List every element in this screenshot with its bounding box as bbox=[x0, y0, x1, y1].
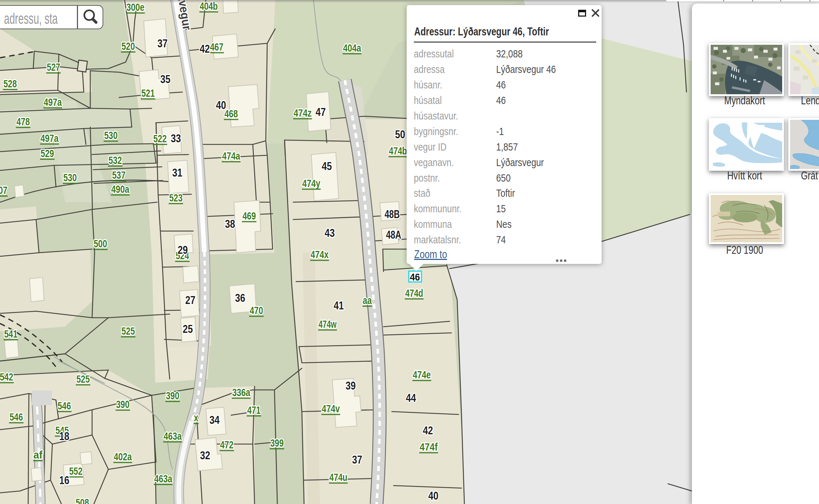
svg-text:336a: 336a bbox=[232, 387, 251, 398]
svg-text:40: 40 bbox=[428, 490, 438, 502]
svg-text:31: 31 bbox=[172, 166, 182, 179]
svg-text:527: 527 bbox=[47, 61, 60, 73]
svg-text:35: 35 bbox=[160, 73, 170, 86]
svg-text:474w: 474w bbox=[318, 318, 337, 330]
svg-text:390: 390 bbox=[166, 390, 179, 401]
svg-text:390: 390 bbox=[116, 399, 130, 410]
svg-text:470: 470 bbox=[250, 305, 263, 316]
svg-text:46: 46 bbox=[410, 271, 420, 283]
svg-text:497a: 497a bbox=[44, 96, 62, 108]
svg-text:500: 500 bbox=[94, 238, 107, 249]
svg-text:45: 45 bbox=[322, 160, 332, 173]
svg-text:47: 47 bbox=[316, 106, 326, 118]
svg-text:474x: 474x bbox=[311, 249, 329, 260]
svg-text:490a: 490a bbox=[111, 183, 130, 195]
svg-text:25: 25 bbox=[183, 323, 193, 335]
svg-text:474e: 474e bbox=[413, 369, 431, 381]
svg-text:402a: 402a bbox=[114, 451, 132, 462]
svg-text:497a: 497a bbox=[40, 132, 59, 144]
svg-text:467: 467 bbox=[210, 41, 224, 53]
svg-text:463a: 463a bbox=[154, 473, 173, 485]
svg-text:474z: 474z bbox=[294, 107, 312, 119]
svg-text:546: 546 bbox=[58, 400, 71, 412]
svg-text:541: 541 bbox=[4, 328, 18, 340]
svg-text:530: 530 bbox=[104, 130, 118, 141]
svg-text:399: 399 bbox=[270, 437, 284, 449]
svg-text:528: 528 bbox=[4, 78, 17, 90]
svg-text:474d: 474d bbox=[405, 287, 423, 299]
svg-text:463a: 463a bbox=[164, 430, 182, 442]
svg-text:537: 537 bbox=[112, 169, 126, 181]
svg-text:474f: 474f bbox=[420, 441, 438, 453]
svg-text:42: 42 bbox=[423, 424, 433, 437]
svg-text:40: 40 bbox=[216, 99, 226, 112]
svg-text:472: 472 bbox=[220, 439, 234, 451]
svg-text:43: 43 bbox=[325, 227, 335, 239]
svg-text:532: 532 bbox=[109, 155, 122, 166]
svg-text:474y: 474y bbox=[302, 178, 320, 189]
svg-text:33: 33 bbox=[171, 132, 181, 145]
svg-text:522: 522 bbox=[153, 133, 167, 144]
svg-text:542: 542 bbox=[0, 371, 13, 383]
svg-text:546: 546 bbox=[10, 411, 23, 423]
svg-text:525: 525 bbox=[77, 373, 90, 385]
svg-text:07: 07 bbox=[0, 184, 8, 196]
svg-text:404a: 404a bbox=[343, 42, 361, 54]
svg-text:474u: 474u bbox=[329, 472, 347, 483]
svg-text:39: 39 bbox=[346, 379, 356, 392]
svg-text:508: 508 bbox=[76, 497, 89, 504]
svg-text:37: 37 bbox=[157, 37, 168, 50]
svg-text:36: 36 bbox=[235, 292, 245, 304]
svg-text:529: 529 bbox=[41, 148, 54, 159]
svg-text:16: 16 bbox=[59, 474, 69, 487]
svg-text:48B: 48B bbox=[385, 208, 400, 221]
svg-text:aa: aa bbox=[363, 295, 372, 306]
svg-text:300e: 300e bbox=[126, 1, 144, 13]
svg-text:525: 525 bbox=[122, 325, 135, 337]
svg-text:469: 469 bbox=[243, 210, 256, 222]
svg-text:48A: 48A bbox=[386, 229, 401, 241]
svg-text:474v: 474v bbox=[322, 403, 340, 414]
svg-text:41: 41 bbox=[334, 299, 344, 312]
svg-text:50: 50 bbox=[395, 128, 405, 141]
svg-text:af: af bbox=[34, 449, 43, 461]
svg-text:27: 27 bbox=[185, 294, 195, 307]
svg-text:18: 18 bbox=[59, 430, 69, 443]
svg-text:471: 471 bbox=[247, 404, 261, 416]
svg-text:530: 530 bbox=[64, 172, 77, 183]
svg-text:552: 552 bbox=[69, 465, 83, 477]
svg-text:474a: 474a bbox=[222, 150, 240, 162]
svg-text:37: 37 bbox=[352, 453, 362, 466]
svg-text:29: 29 bbox=[178, 244, 188, 256]
svg-text:32: 32 bbox=[200, 449, 210, 462]
svg-text:44: 44 bbox=[406, 392, 416, 404]
svg-text:34: 34 bbox=[209, 414, 220, 426]
svg-text:478: 478 bbox=[17, 116, 30, 127]
svg-text:520: 520 bbox=[122, 40, 135, 52]
svg-text:474b: 474b bbox=[389, 145, 407, 157]
svg-text:42: 42 bbox=[200, 43, 210, 55]
svg-text:468: 468 bbox=[225, 108, 238, 120]
svg-text:38: 38 bbox=[225, 218, 235, 230]
svg-text:523: 523 bbox=[169, 192, 183, 204]
svg-text:521: 521 bbox=[142, 87, 155, 99]
svg-text:x: x bbox=[194, 412, 198, 423]
